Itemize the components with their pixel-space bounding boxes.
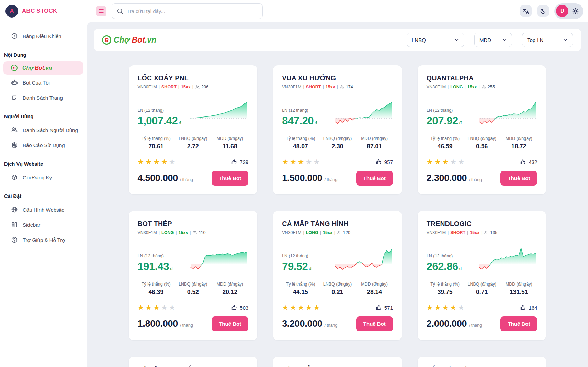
like-count: 432: [520, 159, 537, 165]
thumbs-up-icon: [520, 159, 526, 165]
pnl-sparkline-chart: [478, 245, 537, 273]
pnl-sparkline-chart: [189, 100, 248, 127]
pnl-summary: LN (12 tháng) 79.52đ: [282, 245, 393, 273]
chevron-down-icon: [502, 37, 507, 42]
sidebar-item-help[interactable]: Trợ Giúp & Hỗ Trợ: [3, 233, 83, 247]
bot-stats: Tỷ lệ thắng (%)46.59 LNBQ (đ/ngày)0.56 M…: [427, 136, 538, 150]
bot-name: QUANTALPHA: [427, 74, 538, 82]
sidebar-item-my-bots[interactable]: Bot Của Tôi: [3, 75, 83, 90]
sidebar-item-site-config[interactable]: Cấu Hình Website: [3, 202, 83, 217]
bot-market: VN30F1M: [138, 230, 157, 235]
bot-card: QUANTALPHA VN30F1M| LONG| 15xx| 255 LN (…: [418, 65, 546, 194]
bot-market: VN30F1M: [282, 85, 301, 89]
win-rate-label: Tỷ lệ thắng (%): [282, 136, 319, 141]
sidebar-item-subscription[interactable]: Gói Đăng Ký: [3, 170, 83, 185]
chobot-logo-icon: B: [11, 65, 18, 71]
lnbq-value: 0.71: [463, 289, 500, 296]
lnbq-value: 0.21: [319, 289, 356, 296]
ln-label: LN (12 tháng): [138, 254, 173, 258]
sidebar-item-dashboard[interactable]: Bảng Điều Khiển: [3, 29, 83, 43]
language-button[interactable]: [520, 5, 532, 17]
bot-subscribers: 120: [337, 230, 350, 235]
like-count: 571: [376, 304, 393, 311]
users-icon: [11, 126, 18, 133]
user-menu[interactable]: D: [554, 3, 583, 19]
dark-mode-button[interactable]: [537, 5, 549, 17]
gear-icon: [572, 8, 579, 15]
help-icon: [11, 236, 18, 243]
rent-bot-button[interactable]: Thuê Bot: [212, 171, 248, 186]
sidebar-item-sidebar-config[interactable]: Sidebar: [3, 218, 83, 232]
mdd-value: 87.01: [356, 143, 393, 150]
star-rating: ★★★★★: [427, 303, 466, 312]
rent-bot-button[interactable]: Thuê Bot: [356, 316, 393, 331]
sidebar-item-label: Bảng Điều Khiển: [23, 33, 61, 39]
thumbs-up-icon: [520, 304, 526, 311]
mdd-value: 28.14: [356, 289, 393, 296]
bot-card: LỐC XOÁY PNL VN30F1M| SHORT| 15xx| 206 L…: [129, 65, 258, 194]
like-count: 503: [231, 304, 248, 311]
search-bar: [112, 3, 263, 19]
bot-stats: Tỷ lệ thắng (%)70.61 LNBQ (đ/ngày)2.72 M…: [138, 136, 249, 150]
filter-top-ln[interactable]: Top LN: [522, 33, 573, 47]
sidebar-item-user-list[interactable]: Danh Sách Người Dùng: [3, 123, 83, 137]
bot-code: 15xx: [470, 230, 479, 235]
app-brand: A ABC STOCK: [0, 5, 87, 18]
bot-price: 4.500.000/ tháng: [138, 173, 193, 184]
sidebar-item-page-list[interactable]: Danh Sách Trang: [3, 90, 83, 105]
bot-card: BOT THÉP VN30F1M| LONG| 15xx| 110 LN (12…: [129, 211, 258, 340]
win-rate-value: 46.39: [138, 289, 175, 296]
bot-code: 15xx: [467, 85, 477, 89]
mdd-label: MDD (đ/ngày): [356, 136, 393, 141]
sidebar-item-chobot[interactable]: B Chợ Bot.vn: [3, 61, 83, 75]
search-input[interactable]: [127, 8, 258, 14]
chobot-logo: B Chợ Bot.vn: [102, 35, 156, 45]
thumbs-up-icon: [231, 159, 237, 165]
sidebar-section-title: Nội Dung: [0, 44, 87, 60]
bot-price: 2.300.000/ tháng: [427, 173, 482, 184]
translate-icon: [523, 8, 529, 14]
ln-label: LN (12 tháng): [427, 254, 462, 258]
rent-bot-button[interactable]: Thuê Bot: [500, 316, 537, 331]
rent-bot-button[interactable]: Thuê Bot: [356, 171, 393, 186]
filter-lnbq[interactable]: LNBQ: [407, 33, 464, 47]
users-icon: [337, 230, 342, 235]
sidebar-item-label: Danh Sách Trang: [23, 95, 63, 101]
bot-meta: VN30F1M| LONG| 15xx| 255: [427, 85, 538, 89]
lnbq-label: LNBQ (đ/ngày): [463, 136, 500, 141]
globe-icon: [11, 206, 18, 213]
bot-name: BOT THÉP: [138, 220, 249, 228]
mdd-value: 11.68: [212, 143, 249, 150]
win-rate-value: 70.61: [138, 143, 175, 150]
ln-value: 207.92đ: [427, 115, 462, 127]
lnbq-value: 0.56: [463, 143, 500, 150]
lnbq-label: LNBQ (đ/ngày): [463, 282, 500, 287]
thumbs-up-icon: [376, 159, 382, 165]
bot-meta: VN30F1M| LONG| 15xx| 120: [282, 230, 393, 235]
ln-label: LN (12 tháng): [427, 108, 462, 113]
brand-avatar: A: [5, 5, 18, 18]
rent-bot-button[interactable]: Thuê Bot: [500, 171, 537, 186]
bot-stats: Tỷ lệ thắng (%)46.39 LNBQ (đ/ngày)0.52 M…: [138, 282, 249, 296]
lnbq-label: LNBQ (đ/ngày): [319, 282, 356, 287]
win-rate-value: 48.07: [282, 143, 319, 150]
bot-direction: SHORT: [306, 85, 321, 89]
ln-value: 79.52đ: [282, 260, 311, 273]
bot-code: 15xx: [323, 230, 332, 235]
mdd-label: MDD (đ/ngày): [212, 282, 249, 287]
robot-icon: [11, 79, 18, 86]
ln-label: LN (12 tháng): [138, 108, 181, 113]
mdd-value: 20.12: [212, 289, 249, 296]
menu-toggle-button[interactable]: [96, 6, 106, 16]
bot-market: VN30F1M: [282, 230, 301, 235]
win-rate-label: Tỷ lệ thắng (%): [282, 282, 319, 287]
bot-meta: VN30F1M| SHORT| 15xx| 174: [282, 85, 393, 89]
win-rate-label: Tỷ lệ thắng (%): [138, 282, 175, 287]
win-rate-value: 46.59: [427, 143, 464, 150]
bot-card: KẺ SĂN XU HƯỚNG: [129, 357, 258, 367]
rent-bot-button[interactable]: Thuê Bot: [212, 316, 248, 331]
sidebar-item-usage-report[interactable]: Báo Cáo Sử Dụng: [3, 138, 83, 152]
star-rating: ★★★★★: [282, 158, 321, 166]
filter-mdd[interactable]: MDD: [474, 33, 512, 47]
like-count: 957: [376, 159, 393, 165]
